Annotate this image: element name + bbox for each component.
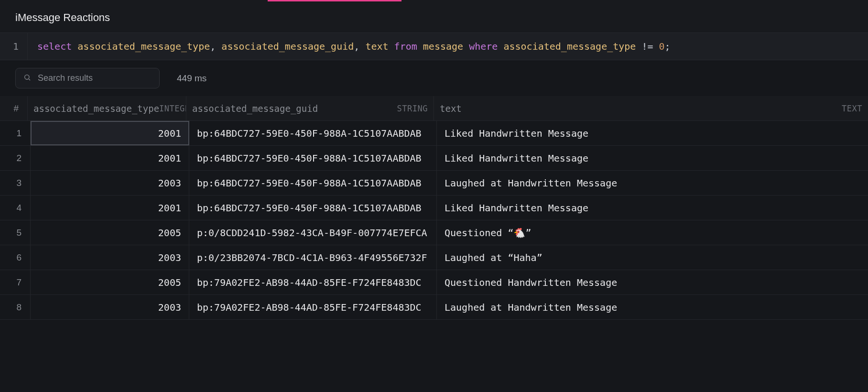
col-name: associated_message_type bbox=[33, 103, 159, 114]
col-name: associated_message_guid bbox=[192, 103, 318, 114]
cell-text[interactable]: Laughed at Handwritten Message bbox=[437, 171, 868, 195]
cell-guid[interactable]: bp:79A02FE2-AB98-44AD-85FE-F724FE8483DC bbox=[189, 270, 437, 294]
line-number: 1 bbox=[0, 33, 28, 60]
sql-token: associated_message_guid bbox=[221, 41, 354, 52]
cell-guid[interactable]: bp:79A02FE2-AB98-44AD-85FE-F724FE8483DC bbox=[189, 295, 437, 319]
cell-text[interactable]: Questioned “🐔” bbox=[437, 220, 868, 245]
row-index: 2 bbox=[3, 146, 31, 170]
page-title: iMessage Reactions bbox=[0, 2, 868, 33]
cell-type[interactable]: 2003 bbox=[31, 171, 189, 195]
cell-text[interactable]: Laughed at Handwritten Message bbox=[437, 295, 868, 319]
row-index: 5 bbox=[3, 220, 31, 245]
cell-type[interactable]: 2003 bbox=[31, 245, 189, 270]
svg-point-0 bbox=[25, 75, 29, 79]
sql-token: text bbox=[365, 41, 388, 52]
sql-token bbox=[417, 41, 423, 52]
cell-type[interactable]: 2001 bbox=[31, 146, 189, 170]
sql-token bbox=[463, 41, 469, 52]
search-input[interactable] bbox=[37, 73, 152, 84]
cell-text[interactable]: Liked Handwritten Message bbox=[437, 196, 868, 220]
cell-guid[interactable]: p:0/23BB2074-7BCD-4C1A-B963-4F49556E732F bbox=[189, 245, 437, 270]
sql-token bbox=[72, 41, 77, 52]
cell-text[interactable]: Questioned Handwritten Message bbox=[437, 270, 868, 294]
cell-type[interactable]: 2005 bbox=[31, 220, 189, 245]
table-row[interactable]: 42001bp:64BDC727-59E0-450F-988A-1C5107AA… bbox=[0, 196, 868, 220]
query-editor[interactable]: 1 select associated_message_type, associ… bbox=[0, 33, 868, 60]
row-index: 6 bbox=[3, 245, 31, 270]
sql-token: 0 bbox=[659, 41, 665, 52]
cell-type[interactable]: 2003 bbox=[31, 295, 189, 319]
cell-guid[interactable]: bp:64BDC727-59E0-450F-988A-1C5107AABDAB bbox=[189, 196, 437, 220]
col-header-type[interactable]: associated_message_type INTEGE bbox=[28, 96, 186, 120]
col-type: TEXT bbox=[842, 104, 862, 113]
col-name: text bbox=[440, 103, 462, 114]
col-type: STRING bbox=[397, 104, 428, 113]
svg-line-1 bbox=[29, 79, 30, 80]
sql-code[interactable]: select associated_message_type, associat… bbox=[28, 33, 680, 60]
cell-text[interactable]: Laughed at “Haha” bbox=[437, 245, 868, 270]
row-index: 1 bbox=[3, 121, 31, 145]
row-index: 4 bbox=[3, 196, 31, 220]
cell-guid[interactable]: p:0/8CDD241D-5982-43CA-B49F-007774E7EFCA bbox=[189, 220, 437, 245]
row-index: 3 bbox=[3, 171, 31, 195]
col-header-text[interactable]: text TEXT bbox=[434, 96, 868, 120]
sql-token: associated_message_type bbox=[77, 41, 210, 52]
sql-token: != bbox=[636, 41, 659, 52]
sql-token: where bbox=[469, 41, 498, 52]
sql-token bbox=[389, 41, 394, 52]
query-timing: 449 ms bbox=[177, 73, 206, 84]
search-input-wrap[interactable] bbox=[15, 68, 160, 88]
table-row[interactable]: 72005bp:79A02FE2-AB98-44AD-85FE-F724FE84… bbox=[0, 270, 868, 295]
cell-type[interactable]: 2001 bbox=[31, 196, 189, 220]
table-row[interactable]: 12001bp:64BDC727-59E0-450F-988A-1C5107AA… bbox=[0, 121, 868, 146]
sql-token: associated_message_type bbox=[503, 41, 636, 52]
col-type: INTEGE bbox=[159, 104, 186, 113]
sql-token bbox=[498, 41, 503, 52]
sql-token: message bbox=[423, 41, 463, 52]
sql-token: , bbox=[210, 41, 221, 52]
cell-guid[interactable]: bp:64BDC727-59E0-450F-988A-1C5107AABDAB bbox=[189, 171, 437, 195]
cell-guid[interactable]: bp:64BDC727-59E0-450F-988A-1C5107AABDAB bbox=[189, 121, 437, 145]
cell-text[interactable]: Liked Handwritten Message bbox=[437, 121, 868, 145]
cell-text[interactable]: Liked Handwritten Message bbox=[437, 146, 868, 170]
table-row[interactable]: 62003p:0/23BB2074-7BCD-4C1A-B963-4F49556… bbox=[0, 245, 868, 270]
cell-type[interactable]: 2005 bbox=[31, 270, 189, 294]
tab-indicator bbox=[0, 0, 868, 2]
row-index: 8 bbox=[3, 295, 31, 319]
sql-token: from bbox=[394, 41, 417, 52]
header-row: # associated_message_type INTEGE associa… bbox=[0, 96, 868, 121]
results-toolbar: 449 ms bbox=[0, 60, 868, 96]
table-row[interactable]: 82003bp:79A02FE2-AB98-44AD-85FE-F724FE84… bbox=[0, 295, 868, 320]
cell-type[interactable]: 2001 bbox=[31, 121, 189, 145]
sql-token: , bbox=[354, 41, 365, 52]
search-icon bbox=[23, 74, 31, 83]
table-row[interactable]: 22001bp:64BDC727-59E0-450F-988A-1C5107AA… bbox=[0, 146, 868, 171]
results-grid[interactable]: # associated_message_type INTEGE associa… bbox=[0, 96, 868, 392]
row-index: 7 bbox=[3, 270, 31, 294]
col-header-index[interactable]: # bbox=[0, 96, 28, 120]
sql-token: ; bbox=[665, 41, 671, 52]
table-row[interactable]: 32003bp:64BDC727-59E0-450F-988A-1C5107AA… bbox=[0, 171, 868, 196]
table-row[interactable]: 52005p:0/8CDD241D-5982-43CA-B49F-007774E… bbox=[0, 220, 868, 245]
col-header-guid[interactable]: associated_message_guid STRING bbox=[186, 96, 434, 120]
cell-guid[interactable]: bp:64BDC727-59E0-450F-988A-1C5107AABDAB bbox=[189, 146, 437, 170]
sql-token: select bbox=[37, 41, 72, 52]
